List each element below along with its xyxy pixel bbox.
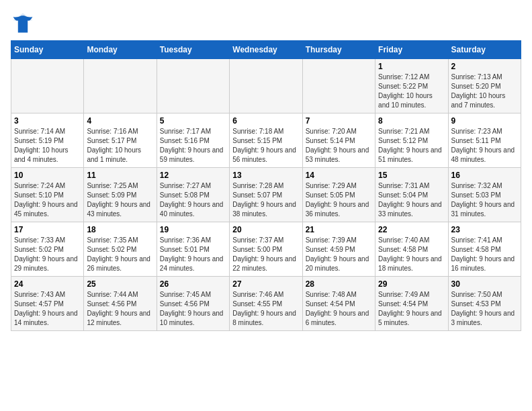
day-number: 2 bbox=[451, 62, 518, 71]
day-info: Sunrise: 7:43 AM Sunset: 4:57 PM Dayligh… bbox=[14, 290, 81, 328]
day-info: Sunrise: 7:25 AM Sunset: 5:09 PM Dayligh… bbox=[87, 181, 153, 219]
calendar-cell: 23Sunrise: 7:41 AM Sunset: 4:58 PM Dayli… bbox=[448, 222, 521, 277]
calendar-cell: 15Sunrise: 7:31 AM Sunset: 5:04 PM Dayli… bbox=[375, 168, 448, 222]
calendar-cell: 2Sunrise: 7:13 AM Sunset: 5:20 PM Daylig… bbox=[448, 59, 521, 113]
day-info: Sunrise: 7:24 AM Sunset: 5:10 PM Dayligh… bbox=[14, 181, 81, 219]
day-number: 11 bbox=[87, 171, 153, 180]
day-info: Sunrise: 7:46 AM Sunset: 4:55 PM Dayligh… bbox=[232, 290, 299, 328]
day-number: 15 bbox=[378, 171, 445, 180]
calendar-header-monday: Monday bbox=[84, 41, 157, 59]
day-number: 30 bbox=[451, 279, 518, 289]
calendar-cell bbox=[230, 59, 302, 113]
calendar-cell: 10Sunrise: 7:24 AM Sunset: 5:10 PM Dayli… bbox=[11, 168, 84, 222]
day-number: 22 bbox=[378, 225, 445, 234]
calendar-cell bbox=[11, 59, 84, 113]
calendar-header-friday: Friday bbox=[375, 41, 448, 59]
day-number: 19 bbox=[160, 225, 226, 234]
calendar-cell bbox=[302, 59, 375, 113]
day-number: 25 bbox=[87, 279, 153, 289]
calendar-cell: 22Sunrise: 7:40 AM Sunset: 4:58 PM Dayli… bbox=[375, 222, 448, 277]
day-info: Sunrise: 7:28 AM Sunset: 5:07 PM Dayligh… bbox=[232, 181, 299, 219]
day-info: Sunrise: 7:50 AM Sunset: 4:53 PM Dayligh… bbox=[451, 290, 518, 328]
calendar-cell: 19Sunrise: 7:36 AM Sunset: 5:01 PM Dayli… bbox=[157, 222, 229, 277]
day-number: 12 bbox=[160, 171, 226, 180]
calendar-cell bbox=[157, 59, 229, 113]
calendar-cell: 13Sunrise: 7:28 AM Sunset: 5:07 PM Dayli… bbox=[230, 168, 302, 222]
day-info: Sunrise: 7:35 AM Sunset: 5:02 PM Dayligh… bbox=[87, 236, 153, 273]
calendar-cell: 16Sunrise: 7:32 AM Sunset: 5:03 PM Dayli… bbox=[448, 168, 521, 222]
day-number: 14 bbox=[306, 171, 372, 180]
day-number: 8 bbox=[378, 116, 445, 126]
day-number: 1 bbox=[378, 62, 445, 71]
calendar-cell: 12Sunrise: 7:27 AM Sunset: 5:08 PM Dayli… bbox=[157, 168, 229, 222]
day-number: 26 bbox=[160, 279, 226, 289]
day-number: 17 bbox=[14, 225, 81, 234]
calendar-cell: 17Sunrise: 7:33 AM Sunset: 5:02 PM Dayli… bbox=[11, 222, 84, 277]
day-info: Sunrise: 7:44 AM Sunset: 4:56 PM Dayligh… bbox=[87, 290, 153, 328]
calendar-cell: 26Sunrise: 7:45 AM Sunset: 4:56 PM Dayli… bbox=[157, 277, 229, 331]
calendar-header-row: SundayMondayTuesdayWednesdayThursdayFrid… bbox=[11, 41, 521, 59]
day-number: 5 bbox=[160, 116, 226, 126]
day-number: 3 bbox=[14, 116, 81, 126]
day-info: Sunrise: 7:33 AM Sunset: 5:02 PM Dayligh… bbox=[14, 236, 81, 273]
day-number: 27 bbox=[232, 279, 299, 289]
calendar-header-sunday: Sunday bbox=[11, 41, 84, 59]
calendar-cell: 3Sunrise: 7:14 AM Sunset: 5:19 PM Daylig… bbox=[11, 113, 84, 168]
day-info: Sunrise: 7:14 AM Sunset: 5:19 PM Dayligh… bbox=[14, 127, 81, 165]
day-info: Sunrise: 7:17 AM Sunset: 5:16 PM Dayligh… bbox=[160, 127, 226, 165]
day-info: Sunrise: 7:36 AM Sunset: 5:01 PM Dayligh… bbox=[160, 236, 226, 273]
logo bbox=[11, 11, 38, 35]
day-info: Sunrise: 7:23 AM Sunset: 5:11 PM Dayligh… bbox=[451, 127, 518, 165]
day-number: 24 bbox=[14, 279, 81, 289]
calendar-cell: 24Sunrise: 7:43 AM Sunset: 4:57 PM Dayli… bbox=[11, 277, 84, 331]
calendar-cell: 29Sunrise: 7:49 AM Sunset: 4:54 PM Dayli… bbox=[375, 277, 448, 331]
calendar-week-4: 17Sunrise: 7:33 AM Sunset: 5:02 PM Dayli… bbox=[11, 222, 521, 277]
day-number: 21 bbox=[306, 225, 372, 234]
day-info: Sunrise: 7:31 AM Sunset: 5:04 PM Dayligh… bbox=[378, 181, 445, 219]
day-info: Sunrise: 7:48 AM Sunset: 4:54 PM Dayligh… bbox=[306, 290, 372, 328]
day-number: 10 bbox=[14, 171, 81, 180]
calendar-cell: 20Sunrise: 7:37 AM Sunset: 5:00 PM Dayli… bbox=[230, 222, 302, 277]
calendar-week-2: 3Sunrise: 7:14 AM Sunset: 5:19 PM Daylig… bbox=[11, 113, 521, 168]
day-info: Sunrise: 7:27 AM Sunset: 5:08 PM Dayligh… bbox=[160, 181, 226, 219]
calendar-cell: 5Sunrise: 7:17 AM Sunset: 5:16 PM Daylig… bbox=[157, 113, 229, 168]
calendar-body: 1Sunrise: 7:12 AM Sunset: 5:22 PM Daylig… bbox=[11, 59, 521, 331]
calendar-week-3: 10Sunrise: 7:24 AM Sunset: 5:10 PM Dayli… bbox=[11, 168, 521, 222]
calendar-header-tuesday: Tuesday bbox=[157, 41, 229, 59]
calendar: SundayMondayTuesdayWednesdayThursdayFrid… bbox=[11, 40, 521, 331]
day-number: 29 bbox=[378, 279, 445, 289]
calendar-cell: 14Sunrise: 7:29 AM Sunset: 5:05 PM Dayli… bbox=[302, 168, 375, 222]
calendar-cell: 30Sunrise: 7:50 AM Sunset: 4:53 PM Dayli… bbox=[448, 277, 521, 331]
day-info: Sunrise: 7:37 AM Sunset: 5:00 PM Dayligh… bbox=[232, 236, 299, 273]
day-number: 16 bbox=[451, 171, 518, 180]
calendar-header-saturday: Saturday bbox=[448, 41, 521, 59]
day-number: 13 bbox=[232, 171, 299, 180]
calendar-header-thursday: Thursday bbox=[302, 41, 375, 59]
calendar-cell: 9Sunrise: 7:23 AM Sunset: 5:11 PM Daylig… bbox=[448, 113, 521, 168]
header bbox=[11, 11, 521, 35]
day-info: Sunrise: 7:12 AM Sunset: 5:22 PM Dayligh… bbox=[378, 73, 445, 110]
day-info: Sunrise: 7:49 AM Sunset: 4:54 PM Dayligh… bbox=[378, 290, 445, 328]
day-number: 18 bbox=[87, 225, 153, 234]
day-info: Sunrise: 7:39 AM Sunset: 4:59 PM Dayligh… bbox=[306, 236, 372, 273]
calendar-cell: 4Sunrise: 7:16 AM Sunset: 5:17 PM Daylig… bbox=[84, 113, 157, 168]
day-info: Sunrise: 7:18 AM Sunset: 5:15 PM Dayligh… bbox=[232, 127, 299, 165]
day-info: Sunrise: 7:40 AM Sunset: 4:58 PM Dayligh… bbox=[378, 236, 445, 273]
calendar-cell: 11Sunrise: 7:25 AM Sunset: 5:09 PM Dayli… bbox=[84, 168, 157, 222]
day-number: 9 bbox=[451, 116, 518, 126]
calendar-cell: 25Sunrise: 7:44 AM Sunset: 4:56 PM Dayli… bbox=[84, 277, 157, 331]
calendar-cell: 21Sunrise: 7:39 AM Sunset: 4:59 PM Dayli… bbox=[302, 222, 375, 277]
day-number: 20 bbox=[232, 225, 299, 234]
calendar-cell: 1Sunrise: 7:12 AM Sunset: 5:22 PM Daylig… bbox=[375, 59, 448, 113]
calendar-cell: 6Sunrise: 7:18 AM Sunset: 5:15 PM Daylig… bbox=[230, 113, 302, 168]
day-number: 6 bbox=[232, 116, 299, 126]
calendar-cell bbox=[84, 59, 157, 113]
day-info: Sunrise: 7:20 AM Sunset: 5:14 PM Dayligh… bbox=[306, 127, 372, 165]
calendar-week-5: 24Sunrise: 7:43 AM Sunset: 4:57 PM Dayli… bbox=[11, 277, 521, 331]
day-info: Sunrise: 7:16 AM Sunset: 5:17 PM Dayligh… bbox=[87, 127, 153, 165]
calendar-cell: 27Sunrise: 7:46 AM Sunset: 4:55 PM Dayli… bbox=[230, 277, 302, 331]
day-number: 28 bbox=[306, 279, 372, 289]
day-number: 7 bbox=[306, 116, 372, 126]
calendar-cell: 28Sunrise: 7:48 AM Sunset: 4:54 PM Dayli… bbox=[302, 277, 375, 331]
day-number: 23 bbox=[451, 225, 518, 234]
